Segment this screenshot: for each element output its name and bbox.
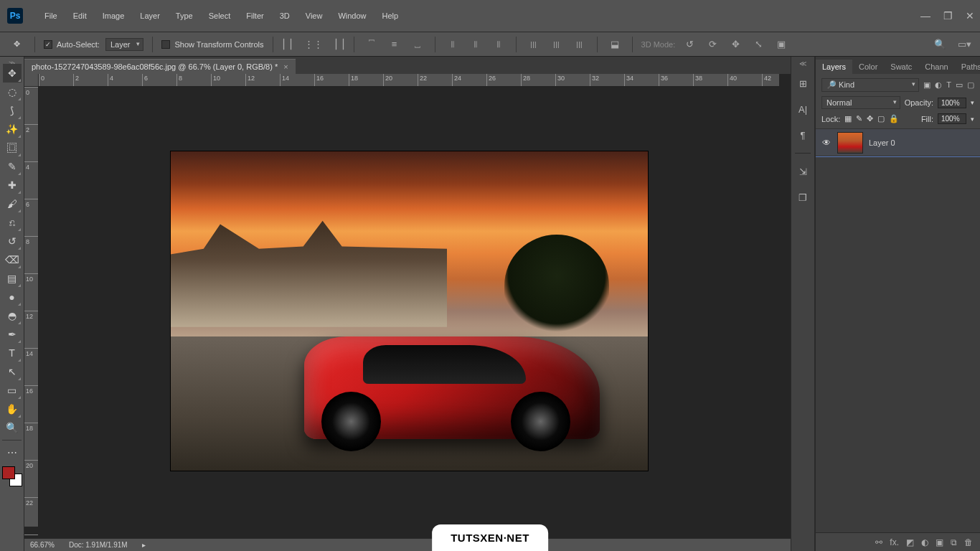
color-swatches[interactable] <box>2 466 22 486</box>
3d-slide-icon[interactable]: ⤡ <box>750 36 767 53</box>
distribute-vcenter-icon[interactable]: ⫴ <box>467 36 484 53</box>
horizontal-ruler[interactable]: 024681012141618202224262830323436384042 <box>39 74 779 87</box>
search-icon[interactable]: 🔍 <box>931 36 948 53</box>
tab-swatches[interactable]: Swatc <box>884 60 918 74</box>
character-panel-icon[interactable]: A| <box>795 101 811 117</box>
align-right-edges-icon[interactable]: ▕▕ <box>328 36 345 53</box>
maximize-button[interactable]: ❐ <box>943 10 953 22</box>
document-tab[interactable]: photo-1527247043589-98e6ac08f56c.jpg @ 6… <box>24 59 296 74</box>
tab-color[interactable]: Color <box>852 60 884 74</box>
doc-size-info[interactable]: Doc: 1.91M/1.91M <box>69 541 128 549</box>
minimize-button[interactable]: — <box>920 10 930 22</box>
auto-align-icon[interactable]: ⬓ <box>606 36 623 53</box>
filter-kind-dropdown[interactable]: 🔎 Kind <box>821 78 919 92</box>
menu-image[interactable]: Image <box>95 9 132 23</box>
move-tool[interactable]: ✥ <box>3 64 22 83</box>
layer-row[interactable]: 👁 Layer 0 <box>816 129 980 156</box>
menu-file[interactable]: File <box>37 9 65 23</box>
healing-tool[interactable]: ✚ <box>3 176 22 194</box>
distribute-right-icon[interactable]: ⫼ <box>571 36 588 53</box>
tab-layers[interactable]: Layers <box>816 60 852 74</box>
zoom-level[interactable]: 66.67% <box>30 541 55 549</box>
3d-orbit-icon[interactable]: ↺ <box>681 36 698 53</box>
blur-tool[interactable]: ● <box>3 288 22 306</box>
clone-stamp-tool[interactable]: ⎌ <box>3 213 22 232</box>
eyedropper-tool[interactable]: ✎ <box>3 157 22 176</box>
menu-edit[interactable]: Edit <box>66 9 94 23</box>
delete-layer-icon[interactable]: 🗑 <box>964 537 973 547</box>
expand-panels-icon[interactable]: ≪ <box>799 60 806 67</box>
crop-tool[interactable]: ⿴ <box>3 138 22 157</box>
new-layer-icon[interactable]: ⧉ <box>951 537 957 547</box>
align-left-edges-icon[interactable]: ▏▏ <box>282 36 299 53</box>
menu-view[interactable]: View <box>298 9 330 23</box>
distribute-top-icon[interactable]: ⫴ <box>444 36 461 53</box>
menu-filter[interactable]: Filter <box>239 9 270 23</box>
3d-pan-icon[interactable]: ✥ <box>727 36 744 53</box>
layer-thumbnail[interactable] <box>837 132 863 154</box>
foreground-color[interactable] <box>2 466 15 479</box>
active-tool-indicator[interactable]: ✥ <box>7 35 26 54</box>
blend-mode-dropdown[interactable]: Normal <box>821 96 900 109</box>
lock-all-icon[interactable]: 🔒 <box>889 114 899 123</box>
eraser-tool[interactable]: ⌫ <box>3 250 22 269</box>
properties-panel-icon[interactable]: ⇲ <box>795 164 811 179</box>
type-tool[interactable]: T <box>3 344 22 362</box>
distribute-hcenter-icon[interactable]: ⫼ <box>548 36 565 53</box>
chevron-down-icon[interactable]: ▾ <box>971 116 974 123</box>
show-transform-option[interactable]: Show Transform Controls <box>161 40 263 49</box>
auto-select-checkbox[interactable]: ✓ <box>44 40 52 49</box>
canvas[interactable] <box>39 87 779 527</box>
workspace-switcher-icon[interactable]: ▭▾ <box>956 36 973 53</box>
zoom-tool[interactable]: 🔍 <box>3 418 22 437</box>
hand-tool[interactable]: ✋ <box>3 400 22 418</box>
layer-style-icon[interactable]: fx. <box>890 537 899 547</box>
gradient-tool[interactable]: ▤ <box>3 269 22 288</box>
menu-3d[interactable]: 3D <box>273 9 297 23</box>
filter-smart-icon[interactable]: ▢ <box>967 80 974 90</box>
quick-select-tool[interactable]: ✨ <box>3 120 22 138</box>
show-transform-checkbox[interactable] <box>161 40 170 49</box>
dodge-tool[interactable]: ◓ <box>3 306 22 325</box>
tab-paths[interactable]: Paths <box>955 60 980 74</box>
3d-roll-icon[interactable]: ⟳ <box>704 36 721 53</box>
menu-select[interactable]: Select <box>202 9 238 23</box>
layer-name[interactable]: Layer 0 <box>869 138 895 147</box>
close-button[interactable]: ✕ <box>966 10 974 22</box>
lock-transparency-icon[interactable]: ▦ <box>844 114 852 123</box>
align-top-edges-icon[interactable]: ⎴ <box>363 36 380 53</box>
filter-shape-icon[interactable]: ▭ <box>956 80 963 90</box>
history-panel-icon[interactable]: ⊞ <box>795 75 811 91</box>
menu-help[interactable]: Help <box>375 9 406 23</box>
close-tab-icon[interactable]: × <box>283 62 288 71</box>
menu-type[interactable]: Type <box>169 9 200 23</box>
new-group-icon[interactable]: ▣ <box>936 537 943 547</box>
align-vertical-centers-icon[interactable]: ≡ <box>386 36 403 53</box>
status-menu-arrow-icon[interactable]: ▸ <box>142 541 146 549</box>
brush-tool[interactable]: 🖌 <box>3 194 22 213</box>
libraries-panel-icon[interactable]: ❐ <box>795 189 811 205</box>
paragraph-panel-icon[interactable]: ¶ <box>795 127 811 143</box>
path-select-tool[interactable]: ↖ <box>3 362 22 381</box>
distribute-left-icon[interactable]: ⫼ <box>525 36 542 53</box>
distribute-bottom-icon[interactable]: ⫴ <box>490 36 507 53</box>
opacity-input[interactable]: 100% <box>938 98 966 108</box>
history-brush-tool[interactable]: ↺ <box>3 232 22 250</box>
marquee-tool[interactable]: ◌ <box>3 83 22 101</box>
auto-select-option[interactable]: ✓ Auto-Select: <box>44 40 100 49</box>
filter-adjustment-icon[interactable]: ◐ <box>935 80 942 90</box>
lock-position-icon[interactable]: ✥ <box>867 114 873 123</box>
document-image[interactable] <box>171 151 648 471</box>
chevron-down-icon[interactable]: ▾ <box>971 99 974 106</box>
filter-pixel-icon[interactable]: ▣ <box>923 80 930 90</box>
ruler-corner[interactable] <box>24 74 39 87</box>
menu-window[interactable]: Window <box>331 9 373 23</box>
add-mask-icon[interactable]: ◩ <box>906 537 914 547</box>
tab-channels[interactable]: Chann <box>918 60 954 74</box>
visibility-toggle-icon[interactable]: 👁 <box>821 138 831 148</box>
3d-camera-icon[interactable]: ▣ <box>773 36 790 53</box>
menu-layer[interactable]: Layer <box>133 9 167 23</box>
lock-artboard-icon[interactable]: ▢ <box>877 114 885 123</box>
vertical-ruler[interactable]: 024681012141618202224 <box>24 87 39 527</box>
auto-select-target-dropdown[interactable]: Layer <box>105 38 144 51</box>
